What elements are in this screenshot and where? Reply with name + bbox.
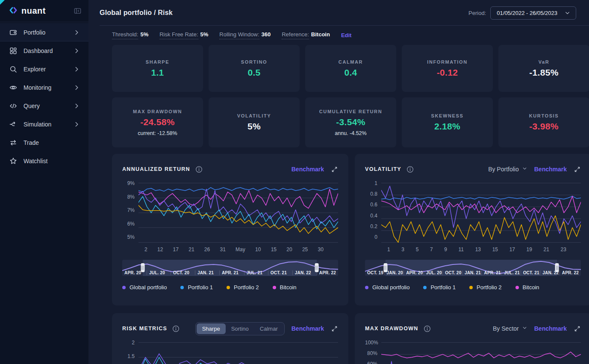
- metric-title: SORTINO: [241, 59, 267, 65]
- metric-title: VaR: [539, 59, 550, 65]
- param-label: Rolling Window:: [219, 31, 259, 39]
- benchmark-link[interactable]: Benchmark: [534, 166, 567, 173]
- brush-handle-right[interactable]: [555, 263, 559, 272]
- info-icon[interactable]: [406, 165, 414, 173]
- sidebar-item-monitoring[interactable]: Monitoring: [0, 78, 88, 97]
- metric-subtext: current: -12.58%: [138, 130, 177, 136]
- metric-title: MAX DRAWDOWN: [133, 109, 182, 114]
- plot-area[interactable]: [138, 183, 338, 243]
- period-select[interactable]: 01/05/2022 - 26/05/2023: [490, 6, 576, 20]
- metric-value: -24.58%: [140, 117, 174, 127]
- edit-params-link[interactable]: Edit: [341, 32, 352, 38]
- legend-item-bitcoin[interactable]: Bitcoin: [273, 284, 297, 291]
- brush-date-label: OCT. 20: [442, 270, 461, 275]
- legend-item-bitcoin[interactable]: Bitcoin: [515, 284, 539, 291]
- brush-date-label: JAN. 22: [292, 270, 311, 275]
- y-axis-label: 100%: [365, 340, 377, 346]
- benchmark-link[interactable]: Benchmark: [292, 166, 324, 173]
- metric-card-max-drawdown: MAX DRAWDOWN -24.58% current: -12.58%: [112, 97, 203, 147]
- sidebar-item-watchlist[interactable]: Watchlist: [0, 152, 88, 170]
- legend-label: Bitcoin: [280, 284, 297, 291]
- info-icon[interactable]: [172, 325, 180, 333]
- y-axis-label: 0: [365, 234, 377, 240]
- legend-item-portfolio-2[interactable]: Portfolio 2: [227, 284, 259, 291]
- plot-area[interactable]: [138, 342, 338, 364]
- param-rolling-window[interactable]: Rolling Window: 360: [219, 31, 271, 39]
- x-axis-label: 1: [387, 247, 390, 252]
- group-by-dropdown[interactable]: By Sector: [493, 325, 527, 332]
- brand-logo[interactable]: nuant: [9, 6, 46, 17]
- sidebar-item-label: Watchlist: [24, 158, 47, 164]
- param-value: 360: [262, 31, 271, 39]
- plot-area[interactable]: [381, 183, 581, 243]
- brush-date-label: APR. 21: [219, 270, 239, 275]
- legend-dot: [180, 286, 184, 289]
- content: Threshold: 5% Risk Free Rate: 5% Rolling…: [88, 26, 589, 364]
- param-risk-free-rate[interactable]: Risk Free Rate: 5%: [159, 31, 208, 39]
- legend-label: Global portfolio: [130, 284, 167, 291]
- info-icon[interactable]: [195, 165, 203, 173]
- tab-sharpe[interactable]: Sharpe: [197, 323, 226, 334]
- time-range-brush[interactable]: OCT. 19JAN. 20APR. 20JUL. 20OCT. 20JAN. …: [365, 260, 581, 276]
- panel-controls: SharpeSortinoCalmarBenchmark: [195, 322, 338, 335]
- sidebar-item-label: Dashboard: [24, 47, 53, 54]
- sidebar-item-explorer[interactable]: Explorer: [0, 60, 88, 78]
- legend-item-global-portfolio[interactable]: Global portfolio: [122, 284, 167, 291]
- expand-icon[interactable]: [574, 166, 581, 173]
- plot-area[interactable]: [381, 342, 581, 364]
- legend-dot: [515, 286, 519, 289]
- metric-value: 0.5: [247, 68, 260, 78]
- legend-dot: [227, 286, 230, 289]
- sidebar-item-dashboard[interactable]: Dashboard: [0, 41, 88, 60]
- panel-controls: By PortfolioBenchmark: [488, 166, 581, 173]
- chevron-right-icon: [73, 84, 81, 91]
- y-axis-label: 60%: [365, 361, 377, 364]
- metric-title: CUMULATIVE RETURN: [319, 109, 382, 114]
- info-icon[interactable]: [423, 325, 431, 333]
- tab-sortino[interactable]: Sortino: [226, 323, 254, 334]
- panel-header: ANNUALIZED RETURN Benchmark: [122, 162, 338, 176]
- legend-item-global-portfolio[interactable]: Global portfolio: [365, 284, 409, 291]
- explorer-icon: [9, 65, 18, 73]
- sidebar-item-simulation[interactable]: Simulation: [0, 115, 88, 133]
- sidebar-item-query[interactable]: Query: [0, 97, 88, 115]
- legend-item-portfolio-1[interactable]: Portfolio 1: [423, 284, 456, 291]
- benchmark-link[interactable]: Benchmark: [292, 325, 324, 332]
- legend-dot: [122, 286, 126, 289]
- tab-calmar[interactable]: Calmar: [254, 323, 283, 334]
- sidebar-logo-row: nuant: [0, 0, 88, 22]
- brand-name: nuant: [21, 6, 46, 16]
- sidebar-item-trade[interactable]: Trade: [0, 133, 88, 152]
- expand-icon[interactable]: [331, 325, 338, 332]
- sidebar-collapse-button[interactable]: [74, 7, 82, 15]
- y-axis-label: 0.6: [365, 202, 377, 208]
- panel-title: MAX DRAWDOWN: [365, 326, 418, 332]
- legend-dot: [273, 286, 276, 289]
- sidebar-item-portfolio[interactable]: Portfolio: [0, 23, 88, 41]
- brush-handle-left[interactable]: [383, 263, 387, 272]
- chevron-right-icon: [73, 120, 81, 128]
- legend-item-portfolio-2[interactable]: Portfolio 2: [469, 284, 502, 291]
- metric-value: -1.85%: [529, 68, 558, 78]
- benchmark-link[interactable]: Benchmark: [534, 325, 567, 332]
- param-reference[interactable]: Reference: Bitcoin: [282, 31, 330, 39]
- y-axis-label: 0.4: [365, 213, 377, 219]
- sidebar-item-label: Explorer: [24, 66, 46, 73]
- param-value: 5%: [140, 31, 148, 39]
- param-threshold[interactable]: Threshold: 5%: [112, 31, 148, 39]
- brush-date-label: APR. 22: [317, 270, 336, 275]
- expand-icon[interactable]: [331, 166, 338, 173]
- group-by-dropdown[interactable]: By Portfolio: [488, 166, 527, 173]
- legend-item-portfolio-1[interactable]: Portfolio 1: [180, 284, 213, 291]
- time-range-brush[interactable]: APR. 20JUL. 20OCT. 20JAN. 21APR. 21JUL. …: [122, 260, 338, 276]
- topbar: Global portfolio / Risk Period: 01/05/20…: [88, 0, 589, 26]
- panel-title: VOLATILITY: [365, 166, 401, 172]
- x-axis-label: 20: [286, 247, 292, 252]
- x-axis-label: 5: [416, 247, 419, 252]
- expand-icon[interactable]: [574, 325, 581, 332]
- brush-handle-right[interactable]: [315, 263, 318, 272]
- metric-subtext: annu. -4.52%: [335, 130, 366, 136]
- brush-handle-left[interactable]: [141, 263, 144, 272]
- param-label: Threshold:: [112, 31, 138, 39]
- brush-date-label: APR. 20: [403, 270, 423, 275]
